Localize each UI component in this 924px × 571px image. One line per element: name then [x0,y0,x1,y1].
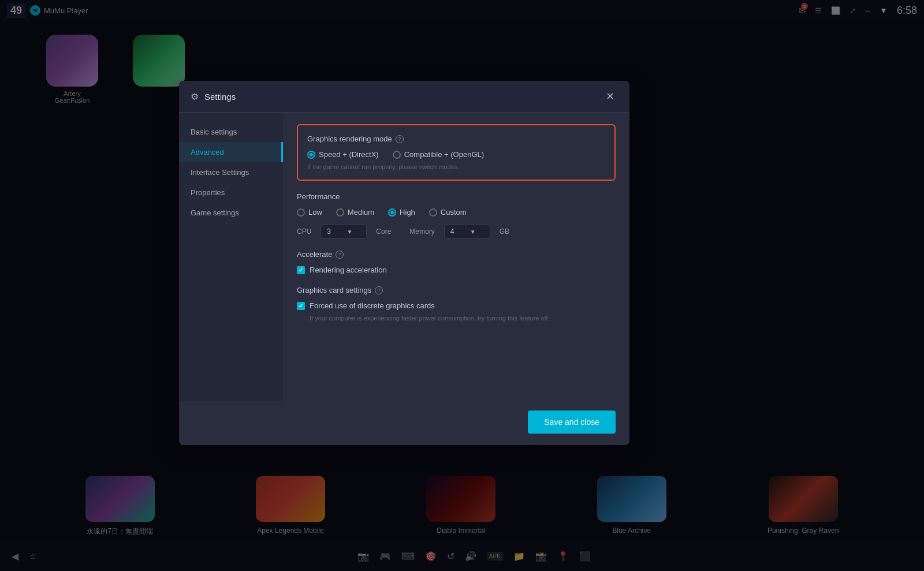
dialog-footer: Save and close [179,401,629,445]
performance-options: Low Medium High Custom [297,208,616,217]
radio-custom[interactable]: Custom [429,208,467,217]
sidebar-item-advanced[interactable]: Advanced [179,142,283,162]
rendering-acceleration-checkmark [297,266,305,274]
radio-low[interactable]: Low [297,208,322,217]
memory-value: 4 [450,227,454,236]
accelerate-title: Accelerate ? [297,250,616,259]
radio-label-low: Low [308,208,322,217]
dialog-title-left: ⚙ Settings [191,91,236,102]
dialog-close-button[interactable]: ✕ [602,89,618,104]
rendering-acceleration-checkbox[interactable]: Rendering acceleration [297,266,616,274]
radio-circle-custom [429,208,437,217]
accelerate-section: Accelerate ? Rendering acceleration [297,250,616,274]
dialog-body: Basic settings Advanced Interface Settin… [179,113,629,401]
accelerate-info-icon[interactable]: ? [336,251,344,259]
rendering-mode-info-icon[interactable]: ? [396,135,404,143]
core-label: Core [376,227,391,236]
discrete-graphics-checkmark [297,302,305,310]
save-close-button[interactable]: Save and close [528,410,616,434]
gb-label: GB [500,227,509,236]
radio-speed-directx[interactable]: Speed + (DirectX) [307,150,379,159]
cpu-label: CPU [297,227,311,236]
sidebar-item-properties[interactable]: Properties [179,182,283,203]
dialog-sidebar: Basic settings Advanced Interface Settin… [179,113,283,401]
rendering-mode-hint: If the game cannot run properly, please … [307,163,605,170]
radio-circle-compatible [393,151,401,159]
discrete-graphics-label: Forced use of discrete graphics cards [310,301,435,310]
radio-circle-low [297,208,305,217]
gear-icon: ⚙ [191,91,199,102]
performance-title: Performance [297,192,616,201]
radio-circle-speed [307,151,315,159]
settings-dialog: ⚙ Settings ✕ Basic settings Advanced Int… [179,81,629,445]
graphics-card-title: Graphics card settings ? [297,286,616,294]
cpu-memory-row: CPU 3 ▼ Core Memory 4 ▼ GB [297,225,616,238]
rendering-mode-options: Speed + (DirectX) Compatible + (OpenGL) [307,150,605,159]
radio-circle-medium [336,208,344,217]
rendering-mode-box: Graphics rendering mode ? Speed + (Direc… [297,124,616,181]
memory-select[interactable]: 4 ▼ [444,225,490,238]
sidebar-item-game[interactable]: Game settings [179,203,283,223]
graphics-card-hint: If your computer is experiencing faster … [297,315,616,322]
dialog-titlebar: ⚙ Settings ✕ [179,81,629,113]
performance-section: Performance Low Medium Hig [297,192,616,238]
dialog-title: Settings [204,92,236,102]
graphics-card-section: Graphics card settings ? Forced use of d… [297,286,616,322]
sidebar-item-basic[interactable]: Basic settings [179,122,283,142]
radio-label-custom: Custom [441,208,467,217]
radio-compatible-opengl[interactable]: Compatible + (OpenGL) [393,150,484,159]
graphics-card-info-icon[interactable]: ? [375,286,383,294]
dialog-main: Graphics rendering mode ? Speed + (Direc… [283,113,629,401]
cpu-value: 3 [327,227,331,236]
rendering-mode-title: Graphics rendering mode ? [307,135,605,143]
memory-label: Memory [409,227,434,236]
radio-label-speed: Speed + (DirectX) [319,150,379,159]
rendering-acceleration-label: Rendering acceleration [310,266,387,274]
memory-dropdown-arrow: ▼ [470,229,476,235]
discrete-graphics-checkbox[interactable]: Forced use of discrete graphics cards [297,301,616,310]
radio-high[interactable]: High [388,208,415,217]
radio-circle-high [388,208,396,217]
radio-medium[interactable]: Medium [336,208,374,217]
radio-label-compatible: Compatible + (OpenGL) [404,150,484,159]
desktop: 49 M MuMu Player ✉ 3 ☰ ⬜ ⤢ ─ ▼ 6:58 Arte… [0,0,924,571]
cpu-dropdown-arrow: ▼ [346,229,352,235]
radio-label-high: High [400,208,415,217]
sidebar-item-interface[interactable]: Interface Settings [179,162,283,182]
radio-label-medium: Medium [348,208,374,217]
cpu-select[interactable]: 3 ▼ [321,225,367,238]
